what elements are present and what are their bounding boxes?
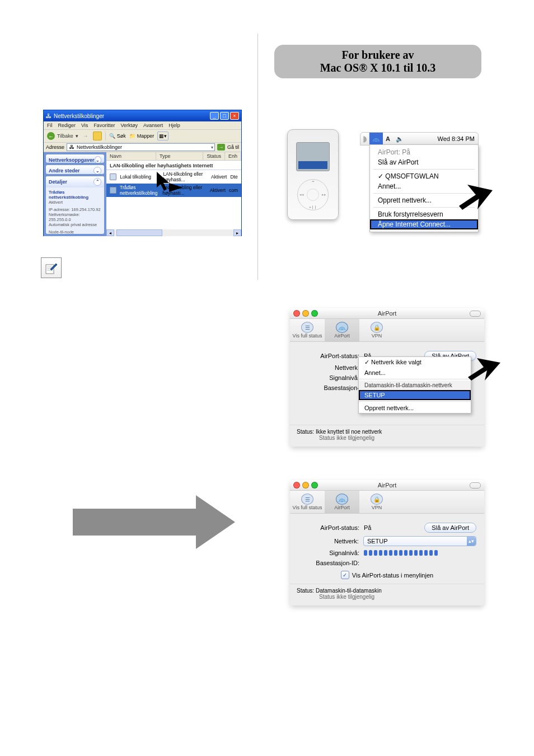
select-value: SETUP (367, 538, 388, 544)
dd-none-selected[interactable]: Nettverk ikke valgt (359, 357, 471, 368)
chevron-icon[interactable]: ⌄ (93, 167, 101, 173)
select-button[interactable] (307, 189, 319, 201)
back-button[interactable]: ← Tilbake ▾ (47, 132, 78, 140)
summary-icon: ☰ (301, 494, 313, 505)
menu-edit[interactable]: Rediger (58, 123, 76, 128)
checkbox-label: Vis AirPort-status i menylinjen (352, 572, 433, 579)
window-title: Nettverkstilkoblinger (54, 113, 104, 119)
minimize-button[interactable] (302, 310, 309, 317)
connection-icon (110, 173, 116, 180)
mac-menubar: ◗ A 🔈 Wed 8:34 PM (360, 132, 479, 145)
minimize-button[interactable] (302, 482, 309, 489)
col-type[interactable]: Type (156, 152, 203, 160)
chevron-icon[interactable]: ⌄ (95, 156, 101, 163)
minimize-button[interactable]: _ (210, 112, 219, 120)
forward-button[interactable]: → (82, 132, 90, 140)
tab-vpn-label: VPN (372, 333, 382, 339)
toolbar-toggle-button[interactable] (470, 311, 481, 317)
note-icon (41, 257, 62, 278)
xp-menubar[interactable]: Fil Rediger Vis Favoritter Verktøy Avans… (44, 121, 241, 130)
menu-network-item[interactable]: QMSOFTGWLAN (370, 171, 478, 181)
menu-turn-off-airport[interactable]: Slå av AirPort (370, 157, 478, 167)
ipod-clickwheel[interactable]: ⁃ ◂◂ ▸▸ ▸❙❙ (297, 179, 329, 210)
search-label: Søk (117, 133, 126, 139)
airport-titlebar[interactable]: AirPort (290, 480, 484, 491)
address-field[interactable]: 🖧 Nettverkstilkoblinger (67, 143, 215, 151)
tab-summary-label: Vis full status (293, 333, 322, 339)
menu-interference[interactable]: Bruk forstyrrelsesvern (370, 209, 478, 219)
tab-vpn[interactable]: 🔒 VPN (359, 491, 394, 513)
back-dropdown-icon[interactable]: ▾ (76, 133, 78, 139)
dd-create[interactable]: Opprett nettverk... (359, 403, 471, 413)
details-title: Trådløs nettverkstilkobling (49, 190, 101, 200)
scroll-right-arrow[interactable]: ▸ (233, 229, 241, 236)
tab-airport-label: AirPort (334, 333, 350, 339)
menu-extra-icon[interactable]: A (383, 133, 393, 145)
tab-summary[interactable]: ☰ Vis full status (290, 491, 325, 513)
tab-airport[interactable]: AirPort (325, 491, 359, 513)
menu-advanced[interactable]: Avansert (143, 123, 163, 128)
chevron-up-icon[interactable]: ⌃ (93, 178, 101, 186)
network-dropdown: Nettverk ikke valgt Annet... Datamaskin-… (358, 356, 471, 414)
menu-open-internet-connect[interactable]: Åpne Internet Connect... (370, 219, 478, 229)
airport-titlebar[interactable]: AirPort (290, 308, 484, 319)
row-dev: com (229, 187, 238, 193)
dd-other[interactable]: Annet... (359, 368, 471, 378)
tab-airport[interactable]: AirPort (325, 319, 359, 341)
menu-airport-status: AirPort: På (370, 147, 478, 157)
back-icon: ← (47, 132, 55, 140)
menu-tools[interactable]: Verktøy (120, 123, 138, 128)
up-folder-button[interactable] (93, 132, 102, 140)
pointer-arrow (156, 172, 182, 199)
header-line-2: Mac OS® X 10.1 til 10.3 (320, 62, 436, 74)
clock[interactable]: Wed 8:34 PM (438, 135, 478, 142)
column-headers[interactable]: Navn Type Status Enh (106, 152, 241, 161)
turn-off-button[interactable]: Slå av AirPort (424, 523, 476, 533)
folders-button[interactable]: 📁 Mapper (129, 133, 154, 139)
menu-help[interactable]: Hjelp (168, 123, 180, 128)
maximize-button[interactable]: □ (220, 112, 229, 120)
checkbox[interactable]: ✓ (341, 571, 349, 579)
label-status: AirPort-status: (298, 353, 364, 359)
status-sub: Status ikke tilgjengelig (297, 594, 477, 600)
close-button[interactable] (293, 482, 300, 489)
wifi-icon (336, 322, 348, 333)
airport-tabbar: ☰ Vis full status AirPort 🔒 VPN (290, 491, 484, 514)
views-button[interactable]: ▦▾ (157, 132, 168, 140)
search-button[interactable]: 🔍 Søk (109, 133, 126, 139)
airport-menuextra[interactable] (369, 133, 383, 145)
details-auto: Automatisk privat adresse (49, 222, 101, 227)
volume-icon[interactable]: 🔈 (393, 133, 406, 145)
sidebar-other[interactable]: Andre steder⌄ (46, 165, 104, 173)
col-device[interactable]: Enh (225, 152, 241, 160)
zoom-button[interactable] (311, 310, 318, 317)
dd-category: Datamaskin-til-datamaskin-nettverk (359, 381, 471, 390)
details-ip: IP-adresse: 169.254.170.92 (49, 207, 101, 212)
close-button[interactable]: × (230, 112, 239, 120)
menu-favorites[interactable]: Favoritter (93, 123, 115, 128)
sidebar-tasks-label: Nettverksoppgaver (49, 157, 95, 163)
tab-summary[interactable]: ☰ Vis full status (290, 319, 325, 341)
show-in-menubar-option[interactable]: ✓ Vis AirPort-status i menylinjen (298, 571, 476, 579)
toolbar-toggle-button[interactable] (470, 482, 481, 489)
col-status[interactable]: Status (203, 152, 225, 160)
xp-titlebar[interactable]: 🖧 Nettverkstilkoblinger _ □ × (44, 110, 241, 121)
close-button[interactable] (293, 310, 300, 317)
group-header: LAN-tilkobling eller høyhastighets Inter… (106, 161, 241, 170)
pointer-arrow (468, 358, 500, 381)
menu-file[interactable]: Fil (47, 123, 53, 128)
scroll-left-arrow[interactable]: ◂ (106, 229, 114, 236)
folders-label: Mapper (137, 133, 154, 139)
network-select[interactable]: SETUP ▴▾ (363, 536, 476, 546)
folders-icon: 📁 (129, 133, 135, 139)
sidebar-tasks[interactable]: Nettverksoppgaver⌄ (46, 154, 104, 163)
horizontal-scrollbar[interactable]: ◂ ▸ (106, 229, 241, 236)
next-icon: ▸▸ (322, 192, 326, 197)
go-button[interactable]: → (217, 144, 225, 151)
zoom-button[interactable] (311, 482, 318, 489)
col-name[interactable]: Navn (106, 152, 156, 160)
scroll-thumb[interactable] (116, 229, 162, 236)
menu-view[interactable]: Vis (81, 123, 88, 128)
tab-vpn[interactable]: 🔒 VPN (359, 319, 394, 341)
dd-setup[interactable]: SETUP (359, 390, 471, 400)
